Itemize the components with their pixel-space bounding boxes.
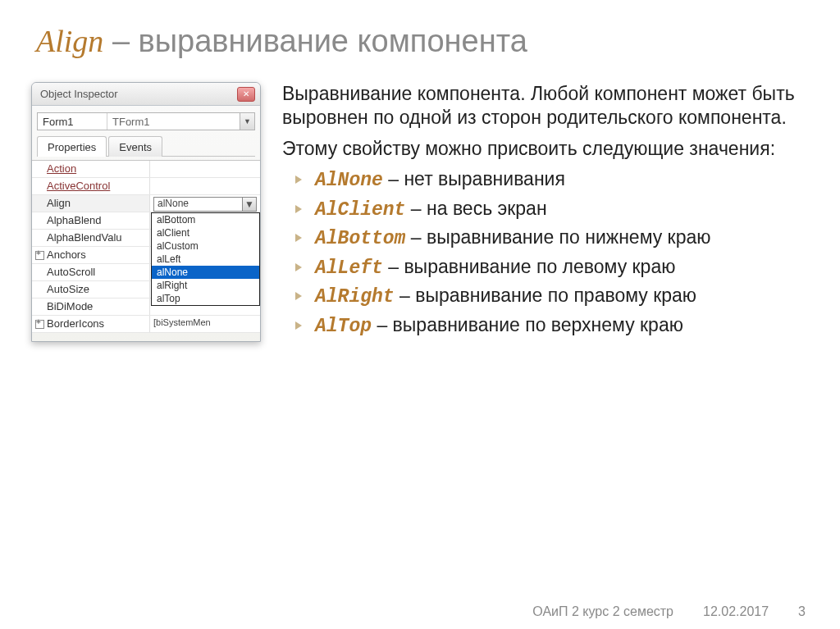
property-value[interactable]: alNone▼	[150, 195, 260, 212]
value-code: AlBottom	[315, 228, 405, 249]
property-value[interactable]	[150, 161, 260, 177]
list-item: AlBottom – выравнивание по нижнему краю	[285, 226, 801, 251]
window-titlebar[interactable]: Object Inspector ✕	[32, 83, 260, 106]
object-inspector-window: Object Inspector ✕ Form1 TForm1 ▼ Proper…	[31, 82, 261, 342]
list-item: AlNone – нет выравнивания	[285, 167, 801, 193]
object-selector[interactable]: Form1 TForm1 ▼	[37, 112, 255, 130]
selector-name: Form1	[38, 113, 107, 130]
property-name: BorderIcons	[32, 316, 150, 332]
close-icon[interactable]: ✕	[237, 87, 255, 102]
dropdown-option[interactable]: alBottom	[152, 213, 259, 226]
property-row[interactable]: BorderIcons[biSystemMen	[32, 316, 260, 333]
list-item: AlLeft – выравнивание по левому краю	[285, 255, 801, 280]
value-text: – нет выравнивания	[383, 168, 565, 189]
value-text: – выравнивание по правому краю	[395, 285, 696, 306]
chevron-down-icon[interactable]: ▼	[240, 113, 254, 130]
tab-events[interactable]: Events	[108, 136, 162, 157]
value-code: AlLeft	[315, 258, 383, 279]
footer-course: ОАиП 2 курс 2 семестр	[532, 604, 673, 619]
property-name: Action	[32, 161, 150, 177]
value-code: AlRight	[315, 286, 395, 308]
property-name: Align	[32, 195, 150, 212]
value-text: – выравнивание по левому краю	[383, 256, 676, 277]
value-list: AlNone – нет выравниванияAlClient – на в…	[282, 167, 801, 339]
property-row[interactable]: ActiveControl	[32, 178, 260, 195]
dropdown-option[interactable]: alTop	[152, 292, 259, 305]
property-value[interactable]: [biSystemMen	[150, 316, 260, 332]
title-keyword: Align	[36, 24, 103, 58]
footer-page: 3	[798, 604, 806, 619]
paragraph: Этому свойству можно присвоить следующие…	[282, 137, 801, 161]
list-item: AlRight – выравнивание по правому краю	[285, 284, 801, 309]
paragraph: Выравнивание компонента. Любой компонент…	[282, 82, 801, 130]
property-name: AutoScroll	[32, 264, 150, 280]
align-dropdown[interactable]: alBottomalClientalCustomalLeftalNonealRi…	[151, 212, 260, 306]
value-code: AlClient	[315, 199, 405, 221]
value-text: – выравнивание по нижнему краю	[405, 226, 710, 248]
property-name: Anchors	[32, 247, 150, 263]
property-row[interactable]: Action	[32, 161, 260, 178]
tab-properties[interactable]: Properties	[37, 136, 107, 157]
property-row[interactable]: AlignalNone▼	[32, 195, 260, 212]
value-code: AlTop	[315, 316, 372, 337]
property-name: BiDiMode	[32, 299, 150, 315]
list-item: AlTop – выравнивание по верхнему краю	[285, 313, 801, 339]
footer-date: 12.02.2017	[703, 604, 769, 619]
dropdown-option[interactable]: alLeft	[152, 253, 259, 266]
slide-footer: ОАиП 2 курс 2 семестр 12.02.2017 3	[532, 604, 806, 619]
dropdown-option[interactable]: alClient	[152, 226, 259, 239]
dropdown-option[interactable]: alCustom	[152, 239, 259, 253]
property-name: ActiveControl	[32, 178, 150, 194]
property-name: AlphaBlend	[32, 212, 150, 229]
slide-title: Align – выравнивание компонента	[31, 23, 809, 59]
property-value[interactable]	[150, 178, 260, 194]
selector-type: TForm1	[107, 113, 240, 130]
list-item: AlClient – на весь экран	[285, 197, 801, 222]
property-name: AlphaBlendValu	[32, 230, 150, 246]
window-title: Object Inspector	[40, 88, 237, 100]
description-column: Выравнивание компонента. Любой компонент…	[282, 82, 809, 342]
dropdown-option[interactable]: alRight	[152, 279, 259, 292]
value-text: – на весь экран	[405, 198, 546, 219]
dropdown-option[interactable]: alNone	[152, 266, 259, 279]
value-code: AlNone	[315, 170, 383, 191]
property-grid: ActionActiveControlAlignalNone▼AlphaBlen…	[32, 160, 260, 333]
property-name: AutoSize	[32, 281, 150, 298]
value-text: – выравнивание по верхнему краю	[372, 314, 683, 335]
chevron-down-icon[interactable]: ▼	[242, 198, 256, 211]
